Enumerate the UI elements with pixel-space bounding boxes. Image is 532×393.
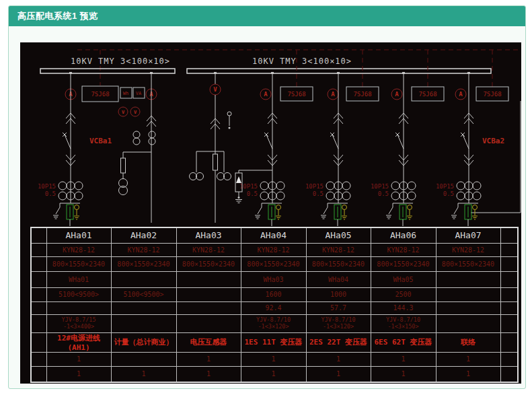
relay-box-label: 7SJ68 xyxy=(353,91,371,98)
ground-switch-icon xyxy=(324,207,328,214)
table-cell xyxy=(111,314,176,332)
fuse-icon xyxy=(121,158,126,173)
table-edge-cell xyxy=(500,287,518,301)
wh-meter-label: Wh xyxy=(123,91,128,96)
table-edge-cell xyxy=(31,332,46,352)
table-edge-cell xyxy=(500,301,518,314)
breaker-switch-icon xyxy=(397,135,404,149)
voltmeter-letter: V xyxy=(213,86,217,93)
busbar-tap xyxy=(150,72,153,74)
table-cell: 1 xyxy=(46,366,111,382)
table-edge-cell xyxy=(31,243,46,256)
relay-box-label: 7SJ68 xyxy=(483,91,501,98)
earth-ball-icon xyxy=(75,205,79,210)
ct-circle-icon xyxy=(276,192,284,200)
table-edge-cell xyxy=(500,271,518,287)
table-cell: KYN28-12 xyxy=(306,243,371,256)
relay-group: A7SJ68 xyxy=(391,50,444,101)
live-indicator-icon xyxy=(227,112,231,129)
va-meter-label: VA xyxy=(136,91,142,96)
table-cell: 1 xyxy=(306,366,371,382)
ground-switch-icon xyxy=(56,207,60,214)
earth-ball-icon xyxy=(276,205,281,210)
breaker-name-label: VCBa1 xyxy=(89,137,112,145)
table-cell: 144.3 xyxy=(371,301,436,314)
table-cell xyxy=(111,352,176,366)
ct-circle-icon xyxy=(276,182,284,190)
table-cell: 1 xyxy=(241,352,306,366)
column-header: AHa06 xyxy=(371,227,436,243)
table-cell: 5100<9500> xyxy=(111,287,176,301)
ct-circle-icon xyxy=(75,182,83,190)
table-cell: 联络 xyxy=(436,332,500,352)
ct-circle-icon xyxy=(473,182,481,190)
table-cell: 1 xyxy=(371,352,436,366)
table-row-cabinet-size: 800×1550×2340800×1550×2340800×1550×23408… xyxy=(31,256,518,271)
breaker-switch-icon xyxy=(266,135,272,149)
table-row-qty-a: 111111 xyxy=(31,352,518,366)
ct-rating-label: 0.5 xyxy=(313,190,324,197)
table-cell: 5100<9500> xyxy=(46,287,111,301)
table-cell: 1 xyxy=(436,352,500,366)
table-edge-cell xyxy=(500,243,518,256)
table-row-busbar-code: WHa01WHa03WHa04WHa05 xyxy=(31,271,518,287)
table-row-purpose: 12#电源进线(AH1)计量（总计商业）电压互感器1ES 11T 变压器2ES … xyxy=(31,332,518,352)
ct-circle-icon xyxy=(457,192,465,200)
table-cell: WHa03 xyxy=(241,271,306,287)
ground-switch-icon xyxy=(258,207,262,214)
table-cell xyxy=(176,301,241,314)
relay-box-label: 7SJ68 xyxy=(287,91,305,98)
ammeter-letter: A xyxy=(264,91,268,98)
table-row-capacity: 5100<9500>5100<9500>160010002500 xyxy=(31,287,518,301)
drawing-canvas: 10KV TMY 3<100×10> 10KV TMY 3<100×10> A … xyxy=(20,42,521,384)
table-edge-cell xyxy=(500,314,518,332)
table-cell: WHa04 xyxy=(306,271,371,287)
table-cell: KYN28-12 xyxy=(241,243,306,256)
table-edge-cell xyxy=(31,227,46,243)
table-cell: 1 xyxy=(371,366,436,382)
busbar-2-label: 10KV TMY 3<100×10> xyxy=(252,57,352,66)
table-cell: 2500 xyxy=(371,287,436,301)
ct-circle-icon xyxy=(457,182,465,190)
busbar-tap xyxy=(214,72,217,74)
ct-circle-icon xyxy=(75,192,83,200)
ct-circle-icon xyxy=(260,192,268,200)
spec-table: AHa01AHa02AHa03AHa04AHa05AHa06AHa07KYN28… xyxy=(30,227,519,383)
ct-pair-icon xyxy=(196,173,204,180)
busbar-1 xyxy=(40,69,175,73)
breaker-switch-icon xyxy=(65,135,71,149)
table-cell: 1 xyxy=(46,352,111,366)
tie-line xyxy=(471,101,521,213)
table-cell: 1 xyxy=(176,366,241,382)
ct-circle-icon xyxy=(473,192,481,200)
table-edge-cell xyxy=(31,301,46,314)
table-cell: 计量（总计商业） xyxy=(111,332,176,352)
table-edge-cell xyxy=(31,314,46,332)
table-cell: 电压互感器 xyxy=(176,332,241,352)
ammeter-letter: A xyxy=(395,91,399,98)
table-edge-cell xyxy=(500,332,518,352)
ct-circle-icon xyxy=(342,182,350,190)
table-row-current: 92.457.7144.3 xyxy=(31,301,518,314)
table-cell: 6ES 62T 变压器 xyxy=(371,332,436,352)
earth-ball-icon xyxy=(408,205,412,210)
breaker-name-label: VCBa2 xyxy=(482,137,504,145)
table-cell xyxy=(176,271,241,287)
ct-circle-icon xyxy=(408,182,416,190)
table-cell: 1000 xyxy=(306,287,371,301)
table-row-cabinet-model: KYN28-12KYN28-12KYN28-12KYN28-12KYN28-12… xyxy=(31,243,518,256)
table-cell: KYN28-12 xyxy=(46,243,111,256)
ct-circle-icon xyxy=(391,182,400,190)
ct-circle-icon xyxy=(326,182,334,190)
table-edge-cell xyxy=(500,256,518,271)
table-cell xyxy=(111,301,176,314)
column-header: AHa02 xyxy=(111,227,176,243)
table-edge-cell xyxy=(500,366,518,382)
breaker-switch-icon xyxy=(332,135,338,149)
table-cell: 800×1550×2340 xyxy=(306,256,371,271)
table-cell xyxy=(436,314,500,332)
table-cell xyxy=(176,314,241,332)
table-cell xyxy=(436,287,500,301)
ground-switch-icon xyxy=(454,207,458,214)
feeder-column: 10P150.5 xyxy=(371,73,416,226)
